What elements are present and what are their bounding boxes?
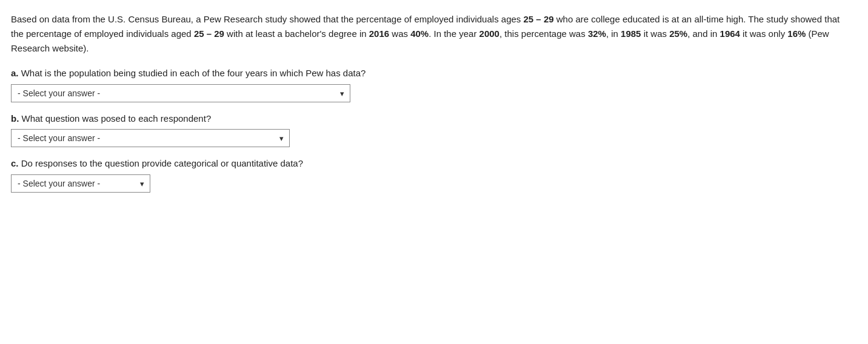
question-a-block: a. What is the population being studied …	[11, 67, 857, 102]
question-b-select-wrapper[interactable]: - Select your answer -	[11, 129, 290, 147]
question-b-block: b. What question was posed to each respo…	[11, 112, 857, 148]
passage-mid3: was	[389, 28, 410, 39]
pct-4: 16%	[787, 28, 806, 39]
passage-mid9: it was only	[740, 28, 787, 39]
question-a-select[interactable]: - Select your answer -	[11, 84, 350, 102]
pct-1: 40%	[410, 28, 429, 39]
question-a-text: What is the population being studied in …	[21, 68, 366, 78]
question-b-select[interactable]: - Select your answer -	[11, 129, 290, 147]
ages-2: 25 – 29	[194, 28, 224, 39]
question-b-label: b. What question was posed to each respo…	[11, 112, 857, 126]
year-2: 2000	[479, 28, 499, 39]
pct-2: 32%	[588, 28, 606, 39]
question-c-select[interactable]: - Select your answer -	[11, 174, 150, 193]
passage-mid6: , in	[606, 28, 621, 39]
question-a-select-wrapper[interactable]: - Select your answer -	[11, 84, 350, 102]
pct-3: 25%	[669, 28, 687, 39]
question-c-letter: c.	[11, 158, 19, 168]
passage-mid2: with at least a bachelor's degree in	[224, 28, 369, 39]
passage-mid4: . In the year	[429, 28, 479, 39]
question-a-label: a. What is the population being studied …	[11, 67, 857, 81]
question-c-label: c. Do responses to the question provide …	[11, 157, 857, 171]
year-1: 2016	[369, 28, 389, 39]
question-c-text: Do responses to the question provide cat…	[21, 158, 303, 168]
question-a-letter: a.	[11, 68, 19, 78]
passage-before: Based on data from the U.S. Census Burea…	[11, 14, 524, 24]
year-4: 1964	[720, 28, 740, 39]
passage-mid5: , this percentage was	[499, 28, 588, 39]
question-c-block: c. Do responses to the question provide …	[11, 157, 857, 193]
year-3: 1985	[621, 28, 641, 39]
question-b-letter: b.	[11, 113, 19, 124]
question-b-text: What question was posed to each responde…	[22, 113, 212, 124]
passage-text: Based on data from the U.S. Census Burea…	[11, 12, 847, 56]
passage-mid7: it was	[641, 28, 669, 39]
passage-mid8: , and in	[687, 28, 719, 39]
question-c-select-wrapper[interactable]: - Select your answer -	[11, 174, 150, 193]
ages-1: 25 – 29	[524, 14, 554, 24]
